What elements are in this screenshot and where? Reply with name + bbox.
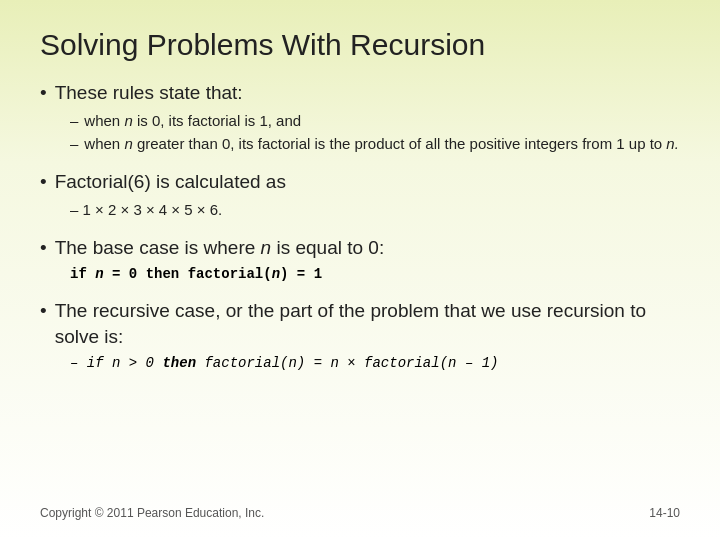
- code-block-1: if n = 0 then factorial(n) = 1: [70, 266, 680, 282]
- slide-title: Solving Problems With Recursion: [40, 28, 680, 62]
- bullet-main-2: • Factorial(6) is calculated as: [40, 169, 680, 196]
- bullet-dot-3: •: [40, 235, 47, 262]
- bullet-main-3: • The base case is where n is equal to 0…: [40, 235, 680, 262]
- sub-bullet-1b: – when n greater than 0, its factorial i…: [70, 132, 680, 155]
- code-block-2: – if n > 0 then factorial(n) = n × facto…: [70, 355, 680, 371]
- bullet-text-4: The recursive case, or the part of the p…: [55, 298, 680, 351]
- factorial-line: – 1 × 2 × 3 × 4 × 5 × 6.: [70, 198, 680, 221]
- bullet-item-3: • The base case is where n is equal to 0…: [40, 235, 680, 284]
- sub-text-1b: when n greater than 0, its factorial is …: [84, 132, 679, 155]
- bullet-item-2: • Factorial(6) is calculated as – 1 × 2 …: [40, 169, 680, 221]
- footer-copyright: Copyright © 2011 Pearson Education, Inc.: [40, 506, 264, 520]
- sub-bullet-1a: – when n is 0, its factorial is 1, and: [70, 109, 680, 132]
- bullet-text-2: Factorial(6) is calculated as: [55, 169, 286, 196]
- sub-dash-1b: –: [70, 132, 78, 155]
- bullet-main-4: • The recursive case, or the part of the…: [40, 298, 680, 351]
- bullet-text-1: These rules state that:: [55, 80, 243, 107]
- bullet-dot-2: •: [40, 169, 47, 196]
- bullet-dot-4: •: [40, 298, 47, 325]
- footer: Copyright © 2011 Pearson Education, Inc.…: [40, 498, 680, 520]
- footer-page: 14-10: [649, 506, 680, 520]
- bullet-dot-1: •: [40, 80, 47, 107]
- slide-content: • These rules state that: – when n is 0,…: [40, 80, 680, 498]
- sub-bullets-1: – when n is 0, its factorial is 1, and –…: [70, 109, 680, 156]
- bullet-item-1: • These rules state that: – when n is 0,…: [40, 80, 680, 155]
- slide: Solving Problems With Recursion • These …: [0, 0, 720, 540]
- bullet-text-3: The base case is where n is equal to 0:: [55, 235, 385, 262]
- bullet-item-4: • The recursive case, or the part of the…: [40, 298, 680, 371]
- sub-dash-1a: –: [70, 109, 78, 132]
- sub-text-1a: when n is 0, its factorial is 1, and: [84, 109, 301, 132]
- bullet-main-1: • These rules state that:: [40, 80, 680, 107]
